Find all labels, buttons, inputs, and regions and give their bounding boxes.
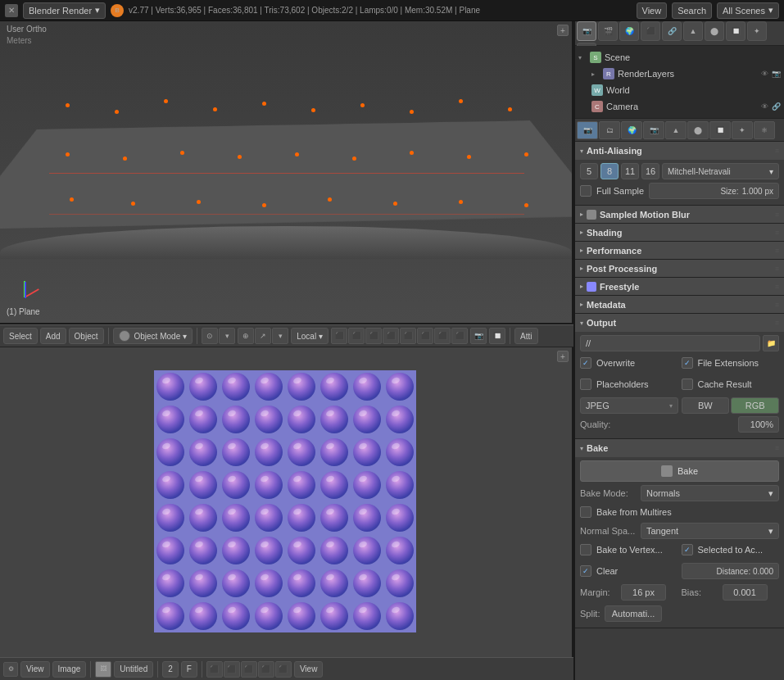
tree-scene[interactable]: ▾ S Scene — [575, 49, 784, 66]
img-icon-5[interactable]: ⬛ — [275, 661, 292, 678]
tab-constraints[interactable]: 🔗 — [662, 21, 682, 41]
viewport-icon-1[interactable]: ⬛ — [331, 328, 347, 344]
add-button[interactable]: Add — [40, 328, 66, 344]
distance-field[interactable]: Distance: 0.000 — [682, 563, 780, 579]
cam-props-icon[interactable]: 📷 — [643, 121, 664, 139]
cam-eye-icon[interactable]: 👁 — [761, 102, 768, 111]
viewport-icon-6[interactable]: ⬛ — [417, 328, 433, 344]
mat-icon[interactable]: ⬤ — [687, 121, 709, 139]
tree-world[interactable]: W World — [575, 82, 784, 98]
engine-dropdown[interactable]: Blender Render ▾ — [23, 2, 106, 19]
performance-section[interactable]: ▸ Performance ≡ — [575, 242, 784, 260]
tree-renderlayers[interactable]: ▸ R RenderLayers 👁 📷 — [575, 66, 784, 82]
aa-11-btn[interactable]: 11 — [621, 163, 639, 179]
img-icon-4[interactable]: ⬛ — [258, 661, 274, 678]
render-eye-icon[interactable]: 👁 — [761, 70, 768, 78]
viewport-icon-4[interactable]: ⬛ — [383, 328, 399, 344]
viewport-icon-3[interactable]: ⬛ — [365, 328, 382, 344]
tab-particles[interactable]: ✦ — [747, 21, 767, 41]
bias-value[interactable]: 0.001 — [723, 584, 768, 601]
file-ext-cb[interactable] — [682, 357, 693, 369]
snap-arrow-icon[interactable]: ▾ — [272, 328, 288, 344]
aa-8-btn[interactable]: 8 — [600, 163, 619, 179]
img-icon-2[interactable]: ⬛ — [224, 661, 240, 678]
search-menu[interactable]: Search — [672, 2, 712, 19]
tree-camera[interactable]: C Camera 👁 🔗 — [575, 98, 784, 115]
cam-link-icon[interactable]: 🔗 — [772, 102, 781, 111]
post-processing-section[interactable]: ▸ Post Processing ≡ — [575, 260, 784, 278]
output-header[interactable]: ▾ Output ≡ — [575, 314, 784, 332]
shading-section[interactable]: ▸ Shading ≡ — [575, 224, 784, 242]
img-icon-1[interactable]: ⬛ — [206, 661, 223, 678]
tab-scene[interactable]: 🎬 — [598, 21, 618, 41]
overwrite-cb[interactable] — [580, 357, 591, 369]
rgb-btn[interactable]: RGB — [731, 397, 779, 414]
view2-menu-img[interactable]: View — [294, 661, 324, 678]
viewport-icon-7[interactable]: ⬛ — [434, 328, 451, 344]
cache-result-cb[interactable] — [682, 379, 693, 390]
tab-texture[interactable]: 🔲 — [726, 21, 745, 41]
anti-aliasing-header[interactable]: ▾ Anti-Aliasing ≡ — [575, 142, 784, 160]
mode-dropdown[interactable]: Object Mode ▾ — [113, 328, 193, 344]
viewport-3d[interactable]: User Ortho Meters (1) Plane + — [0, 21, 573, 324]
bake-multires-cb[interactable] — [580, 506, 591, 518]
img-icon-3[interactable]: ⬛ — [241, 661, 257, 678]
split-value[interactable]: Automati... — [605, 605, 662, 622]
metadata-section[interactable]: ▸ Metadata ≡ — [575, 296, 784, 314]
tab-world[interactable]: 🌍 — [619, 21, 639, 41]
close-icon[interactable]: ✕ — [5, 4, 18, 17]
viewport-icon-2[interactable]: ⬛ — [348, 328, 365, 344]
render-cam-icon[interactable]: 📷 — [772, 70, 781, 78]
render-props-icon[interactable]: 📷 — [577, 121, 598, 139]
scenes-dropdown[interactable]: All Scenes ▾ — [717, 2, 779, 19]
margin-value[interactable]: 16 px — [621, 584, 666, 601]
object-button[interactable]: Object — [69, 328, 104, 344]
viewport-icon-8[interactable]: ⬛ — [451, 328, 468, 344]
image-icon[interactable]: 🖼 — [95, 661, 111, 678]
part-icon[interactable]: ✦ — [732, 121, 753, 139]
bw-btn[interactable]: BW — [682, 397, 730, 414]
render-icon[interactable]: 🔲 — [489, 328, 505, 344]
image-editor[interactable]: + — [0, 347, 573, 657]
world-props-icon[interactable]: 🌍 — [621, 121, 642, 139]
aa-filter-dropdown[interactable]: Mitchell-Netravali ▾ — [662, 163, 779, 179]
full-sample-cb[interactable] — [580, 185, 591, 197]
placeholders-cb[interactable] — [580, 379, 591, 390]
clear-cb[interactable] — [580, 565, 591, 577]
magnet-icon[interactable]: ⊕ — [238, 328, 254, 344]
view-menu-img[interactable]: View — [20, 661, 50, 678]
format-dropdown[interactable]: JPEG ▾ — [580, 397, 678, 414]
image-editor-add-button[interactable]: + — [557, 351, 569, 362]
image-settings-icon[interactable]: ⚙ — [3, 662, 18, 677]
attin-label[interactable]: Atti — [514, 328, 537, 344]
tab-data[interactable]: ▲ — [683, 21, 703, 41]
local-dropdown[interactable]: Local ▾ — [291, 328, 329, 344]
aa-5-btn[interactable]: 5 — [580, 163, 598, 179]
sampled-motion-blur-section[interactable]: ▸ Sampled Motion Blur ≡ — [575, 206, 784, 224]
output-path-field[interactable]: // — [580, 335, 760, 351]
tab-material[interactable]: ⬤ — [705, 21, 724, 41]
bake-button[interactable]: Bake — [580, 460, 779, 482]
view-menu[interactable]: View — [637, 2, 668, 19]
layers-icon[interactable]: 🗂 — [599, 121, 620, 139]
aa-16-btn[interactable]: 16 — [641, 163, 659, 179]
frame-number[interactable]: 2 — [162, 661, 179, 678]
quality-value[interactable]: 100% — [738, 416, 779, 433]
bake-mode-dropdown[interactable]: Normals ▾ — [641, 485, 779, 501]
size-field[interactable]: Size: 1.000 px — [649, 183, 779, 199]
pivot-icon[interactable]: ⊙ — [202, 328, 218, 344]
phys-icon[interactable]: ⚛ — [754, 121, 775, 139]
select-button[interactable]: Select — [3, 328, 38, 344]
freestyle-section[interactable]: ▸ Freestyle ≡ — [575, 278, 784, 296]
bake-header[interactable]: ▾ Bake ≡ — [575, 439, 784, 457]
output-path-browse-btn[interactable]: 📁 — [763, 335, 779, 351]
camera-view-icon[interactable]: 📷 — [470, 328, 487, 344]
normal-space-dropdown[interactable]: Tangent ▾ — [641, 523, 779, 539]
selected-to-ac-cb[interactable] — [682, 544, 693, 555]
viewport-icon-5[interactable]: ⬛ — [400, 328, 416, 344]
image-menu[interactable]: Image — [52, 661, 87, 678]
tex-icon[interactable]: 🔲 — [709, 121, 731, 139]
tab-render[interactable]: 📷 — [577, 21, 596, 41]
obj-props-icon[interactable]: ▲ — [665, 121, 687, 139]
pivot-arrow-icon[interactable]: ▾ — [219, 328, 235, 344]
